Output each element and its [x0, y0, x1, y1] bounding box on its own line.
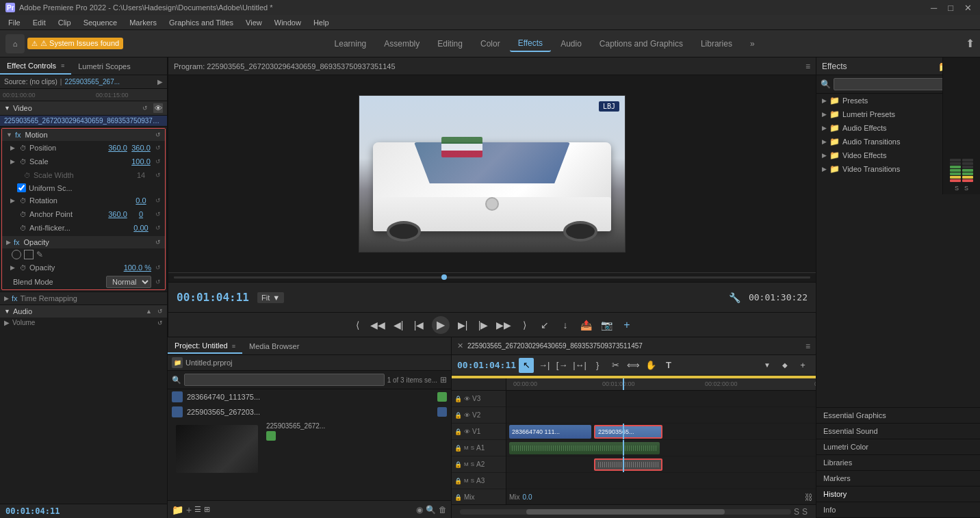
- mix-lock[interactable]: 🔒: [454, 494, 462, 501]
- step-fwd-btn[interactable]: |▶: [476, 318, 491, 333]
- maximize-btn[interactable]: □: [945, 3, 956, 13]
- menu-window[interactable]: Window: [269, 17, 307, 28]
- panel-menu-icon[interactable]: ≡: [61, 62, 64, 69]
- opacity-reset[interactable]: ↺: [155, 239, 161, 246]
- slip-tool[interactable]: ⟺: [626, 358, 641, 373]
- audio-icon[interactable]: ▲: [146, 308, 152, 315]
- audio-clip-a1[interactable]: [509, 442, 660, 454]
- fx-motion-expand[interactable]: ▼: [6, 131, 12, 138]
- mark-in-btn[interactable]: ⟨: [350, 318, 365, 333]
- audio-reset[interactable]: ↺: [157, 308, 163, 315]
- vol-reset[interactable]: ↺: [157, 320, 163, 326]
- af-stopwatch[interactable]: ⏱: [20, 224, 27, 232]
- scale-expand[interactable]: ▶: [10, 158, 17, 165]
- tab-more[interactable]: »: [742, 36, 763, 51]
- essential-graphics-btn[interactable]: Essential Graphics: [816, 408, 980, 424]
- a2-s[interactable]: S: [471, 461, 474, 467]
- rot-stopwatch[interactable]: ⏱: [20, 197, 27, 205]
- trash-icon[interactable]: 🗑: [439, 505, 447, 515]
- uniform-scale-checkbox[interactable]: [17, 183, 26, 192]
- zoom-out-icon[interactable]: S: [794, 507, 799, 517]
- anc-x[interactable]: 360.0: [107, 210, 128, 218]
- libraries-btn[interactable]: Libraries: [816, 455, 980, 471]
- history-btn[interactable]: History: [816, 487, 980, 502]
- lumetri-color-btn[interactable]: Lumetri Color: [816, 439, 980, 455]
- a1-s[interactable]: S: [471, 445, 474, 451]
- insert-marker[interactable]: ◆: [777, 358, 792, 373]
- v3-lock[interactable]: 🔒: [454, 396, 462, 402]
- zoom-in-icon[interactable]: S: [802, 507, 808, 517]
- scrollbar-thumb[interactable]: [526, 509, 725, 515]
- camera-btn[interactable]: 📷: [599, 318, 614, 333]
- next-frame-btn[interactable]: ▶▶: [496, 318, 511, 333]
- audio-header[interactable]: ▼ Audio ▲ ↺: [0, 305, 167, 318]
- fx-motion-header[interactable]: ▼ fx Motion ↺: [2, 129, 165, 141]
- program-menu-icon[interactable]: ≡: [805, 62, 810, 71]
- af-val[interactable]: 0.00: [131, 224, 151, 232]
- list-item[interactable]: 283664740_111375...: [168, 389, 451, 404]
- tab-captions[interactable]: Captions and Graphics: [591, 36, 691, 51]
- blend-select[interactable]: Normal: [106, 276, 151, 288]
- add-btn[interactable]: +: [619, 318, 634, 333]
- pos-y[interactable]: 360.0: [131, 144, 151, 152]
- home-button[interactable]: ⌂: [5, 34, 25, 53]
- tl-timecode[interactable]: 00:01:04:11: [457, 360, 516, 370]
- menu-edit[interactable]: Edit: [27, 17, 51, 28]
- anc-reset[interactable]: ↺: [155, 211, 161, 218]
- menu-view[interactable]: View: [240, 17, 268, 28]
- menu-markers[interactable]: Markers: [124, 17, 162, 28]
- program-timecode-display[interactable]: 00:01:04:11: [177, 291, 249, 304]
- play-btn[interactable]: ▶: [432, 316, 450, 334]
- menu-graphics-titles[interactable]: Graphics and Titles: [164, 17, 239, 28]
- a1-lock[interactable]: 🔒: [454, 445, 462, 452]
- markers-btn[interactable]: Markers: [816, 471, 980, 487]
- rolling-edit-tool[interactable]: |↔|: [572, 358, 587, 373]
- a2-m[interactable]: M: [464, 461, 469, 467]
- tab-libraries[interactable]: Libraries: [693, 36, 740, 51]
- tab-effects[interactable]: Effects: [510, 36, 551, 52]
- prev-edit-btn[interactable]: |◀: [411, 318, 426, 333]
- hand-tool[interactable]: ✋: [643, 358, 658, 373]
- menu-help[interactable]: Help: [308, 17, 335, 28]
- pos-x[interactable]: 360.0: [107, 144, 128, 152]
- insert-btn[interactable]: ↙: [537, 318, 552, 333]
- tab-lumetri-scopes[interactable]: Lumetri Scopes: [71, 57, 137, 75]
- pos-reset[interactable]: ↺: [155, 144, 161, 151]
- solo-left-icon[interactable]: S: [955, 185, 959, 192]
- scale-stopwatch[interactable]: ⏱: [20, 158, 27, 166]
- ripple-edit-tool[interactable]: [→: [554, 358, 569, 373]
- play-icon[interactable]: ▶: [157, 78, 163, 86]
- ellipse-tool[interactable]: [12, 250, 21, 259]
- anc-stopwatch[interactable]: ⏱: [20, 211, 27, 218]
- icon-list-view[interactable]: ☰: [194, 505, 201, 514]
- blend-reset[interactable]: ↺: [155, 279, 161, 285]
- menu-file[interactable]: File: [3, 17, 26, 28]
- anc-y[interactable]: 0: [131, 210, 151, 218]
- tab-color[interactable]: Color: [472, 36, 508, 51]
- solo-right-icon[interactable]: S: [964, 185, 968, 192]
- prev-frame-btn[interactable]: ◀◀: [370, 318, 385, 333]
- scale-reset[interactable]: ↺: [155, 158, 161, 165]
- razor-tool[interactable]: ✂: [608, 358, 623, 373]
- track-select-tool[interactable]: →|: [537, 358, 552, 373]
- clip-225903565[interactable]: 225903565...: [594, 425, 662, 439]
- v2-lock[interactable]: 🔒: [454, 412, 462, 419]
- reset-video-icon[interactable]: ↺: [142, 105, 148, 112]
- essential-sound-btn[interactable]: Essential Sound: [816, 424, 980, 439]
- program-scrub-bar[interactable]: [168, 272, 816, 282]
- menu-clip[interactable]: Clip: [53, 17, 77, 28]
- new-bin-icon[interactable]: 📁: [172, 504, 183, 515]
- video-eye-icon[interactable]: 👁: [153, 103, 163, 113]
- project-search-input[interactable]: [184, 374, 385, 386]
- a1-m[interactable]: M: [464, 445, 469, 451]
- rect-tool[interactable]: [24, 250, 34, 259]
- wrench-icon[interactable]: 🔧: [729, 292, 740, 303]
- info-btn[interactable]: Info: [816, 502, 980, 518]
- scale-val[interactable]: 100.0: [131, 157, 151, 166]
- proj-view-icon[interactable]: ⊞: [440, 375, 447, 385]
- time-remap-section[interactable]: ▶ fx Time Remapping: [0, 292, 167, 305]
- opv-expand[interactable]: ▶: [10, 264, 17, 271]
- pos-stopwatch[interactable]: ⏱: [20, 144, 27, 152]
- icon-icon-view[interactable]: ⊞: [204, 505, 210, 514]
- menu-sequence[interactable]: Sequence: [78, 17, 123, 28]
